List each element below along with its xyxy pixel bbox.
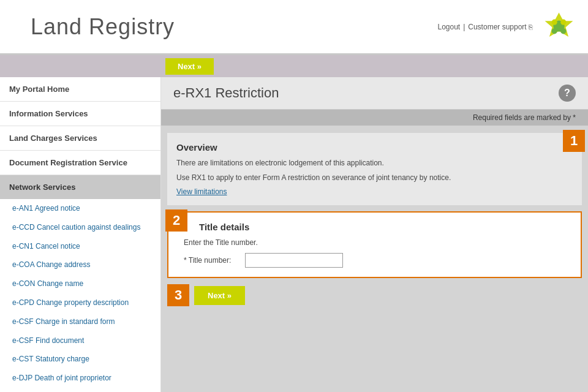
svg-point-3 [560,20,566,25]
page-title: e-RX1 Restriction [173,85,279,101]
next-button-bottom[interactable]: Next » [194,286,245,305]
sidebar-item-network-services[interactable]: Network Services [0,175,160,199]
header: Land Registry Logout | Customer support … [0,0,588,55]
sidebar-item-e-CN1[interactable]: e-CN1 Cancel notice [0,237,160,256]
sidebar-item-e-COA[interactable]: e-COA Change address [0,255,160,274]
sidebar-item-e-CSF-find[interactable]: e-CSF Find document [0,331,160,350]
help-icon[interactable]: ? [559,85,576,102]
page-title-bar: e-RX1 Restriction ? [161,77,588,110]
overview-panel: 1 Overview There are limitations on elec… [167,133,582,205]
main-container: Land Registry Logout | Customer support … [0,0,588,392]
progress-bar: Next » [0,55,588,77]
sidebar-item-e-HR1[interactable]: e-HR1 Notice of home rights [0,388,160,392]
title-number-row: * Title number: [184,253,571,268]
sidebar-item-e-CSF-charge[interactable]: e-CSF Charge in standard form [0,312,160,331]
sidebar: My Portal Home Information Services Land… [0,77,161,392]
logo-text: Land Registry [31,14,175,40]
progress-bar-inner: Next » [165,55,588,77]
sidebar-section-doc-reg: Document Registration Service [0,151,160,175]
header-nav: Logout | Customer support ⎘ [437,23,533,31]
overview-text2: Use RX1 to apply to enter Form A restric… [176,172,573,183]
content-area: My Portal Home Information Services Land… [0,77,588,392]
sidebar-item-e-DJP[interactable]: e-DJP Death of joint proprietor [0,369,160,388]
sidebar-item-e-CST[interactable]: e-CST Statutory charge [0,350,160,369]
step-2-badge: 2 [165,209,187,232]
external-link-icon: ⎘ [529,23,533,31]
progress-next-button[interactable]: Next » [165,58,214,75]
view-limitations-button[interactable]: View limitations [176,187,227,196]
sidebar-item-e-AN1[interactable]: e-AN1 Agreed notice [0,199,160,218]
logout-link[interactable]: Logout [437,23,460,31]
step-1-badge: 1 [563,130,585,152]
required-note: Required fields are marked by * [161,110,588,126]
sidebar-section-information: Information Services [0,102,160,126]
main-content: e-RX1 Restriction ? Required fields are … [161,77,588,392]
sidebar-section-network: Network Services e-AN1 Agreed notice e-C… [0,175,160,392]
title-details-panel: 2 Title details Enter the Title number. … [167,211,582,278]
sidebar-section-land-charges: Land Charges Services [0,126,160,151]
sidebar-item-portal-home[interactable]: My Portal Home [0,77,160,101]
svg-point-4 [552,28,557,34]
customer-support-link[interactable]: Customer support ⎘ [468,23,533,31]
sidebar-item-information-services[interactable]: Information Services [0,102,160,126]
nav-separator: | [463,23,465,31]
title-details-instruction: Enter the Title number. [184,237,571,248]
overview-title: Overview [176,142,573,153]
sidebar-item-e-CON[interactable]: e-CON Change name [0,274,160,293]
svg-point-5 [560,28,566,34]
bottom-bar: 3 Next » [167,284,582,306]
title-number-label: * Title number: [184,256,239,265]
sidebar-item-land-charges[interactable]: Land Charges Services [0,126,160,150]
title-details-heading: Title details [199,222,571,232]
sidebar-item-document-registration[interactable]: Document Registration Service [0,151,160,175]
step-3-badge: 3 [167,284,189,306]
logo-emblem [542,10,576,43]
overview-text1: There are limitations on electronic lodg… [176,157,573,168]
svg-point-2 [552,20,557,25]
sidebar-item-e-CCD[interactable]: e-CCD Cancel caution against dealings [0,218,160,237]
sidebar-section-portal: My Portal Home [0,77,160,102]
sidebar-item-e-CPD[interactable]: e-CPD Change property description [0,293,160,312]
title-number-input[interactable] [245,253,343,268]
header-right: Logout | Customer support ⎘ [437,10,576,43]
